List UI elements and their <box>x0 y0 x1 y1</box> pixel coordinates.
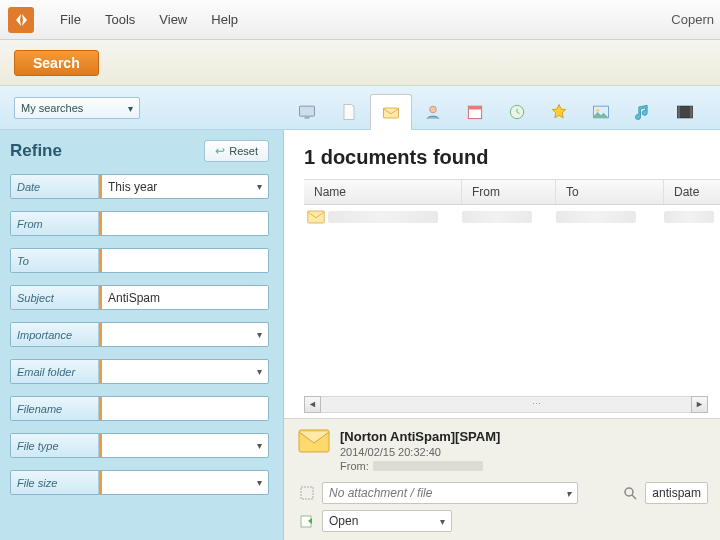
column-date[interactable]: Date <box>664 180 720 204</box>
svg-rect-0 <box>300 106 315 116</box>
toolbar: My searches <box>0 86 720 130</box>
scroll-right-icon[interactable]: ► <box>691 396 708 413</box>
svg-rect-2 <box>384 108 399 118</box>
category-document[interactable] <box>328 93 370 129</box>
chevron-down-icon <box>440 514 445 528</box>
results-table-header: Name From To Date <box>304 179 720 205</box>
category-contact[interactable] <box>412 93 454 129</box>
search-row: Search <box>0 40 720 86</box>
preview-datetime: 2014/02/15 20:32:40 <box>340 446 500 458</box>
svg-line-16 <box>632 495 636 499</box>
result-row[interactable] <box>304 205 720 229</box>
category-calendar[interactable] <box>454 93 496 129</box>
chevron-down-icon <box>250 434 268 457</box>
menu-view[interactable]: View <box>159 12 187 27</box>
attachment-dropdown[interactable]: No attachment / file <box>322 482 578 504</box>
preview-search-input[interactable]: antispam <box>645 482 708 504</box>
redacted-text <box>462 211 532 223</box>
menu-tools[interactable]: Tools <box>105 12 135 27</box>
svg-rect-5 <box>468 106 481 109</box>
chevron-down-icon <box>250 471 268 494</box>
refine-label: File type <box>11 434 99 457</box>
category-history[interactable] <box>496 93 538 129</box>
attachment-icon <box>298 485 316 501</box>
svg-rect-12 <box>308 211 325 223</box>
search-button[interactable]: Search <box>14 50 99 76</box>
category-tabs <box>286 86 706 129</box>
refine-row-importance[interactable]: Importance <box>10 322 269 347</box>
refine-value[interactable] <box>102 434 250 457</box>
refine-value[interactable] <box>102 360 250 383</box>
svg-point-8 <box>596 108 599 111</box>
chevron-down-icon <box>128 102 133 114</box>
refine-label: Subject <box>11 286 99 309</box>
refine-value[interactable] <box>102 397 268 420</box>
refine-row-from[interactable]: From <box>10 211 269 236</box>
refine-value[interactable]: AntiSpam <box>102 286 268 309</box>
menu-file[interactable]: File <box>60 12 81 27</box>
menu-help[interactable]: Help <box>211 12 238 27</box>
search-icon <box>621 485 639 501</box>
open-icon <box>298 513 316 529</box>
svg-rect-11 <box>690 106 693 118</box>
refine-value[interactable]: This year <box>102 175 250 198</box>
refine-label: To <box>11 249 99 272</box>
svg-point-3 <box>430 106 437 113</box>
redacted-text <box>328 211 438 223</box>
refine-row-email-folder[interactable]: Email folder <box>10 359 269 384</box>
brand-text: Copern <box>671 12 714 27</box>
refine-label: Filename <box>11 397 99 420</box>
svg-rect-1 <box>305 117 310 119</box>
category-video[interactable] <box>664 93 706 129</box>
refine-row-filename[interactable]: Filename <box>10 396 269 421</box>
chevron-down-icon <box>250 175 268 198</box>
my-searches-dropdown[interactable]: My searches <box>14 97 140 119</box>
mail-icon <box>298 429 330 453</box>
refine-row-file-size[interactable]: File size <box>10 470 269 495</box>
horizontal-scrollbar[interactable]: ◄ ⋯ ► <box>304 394 708 414</box>
svg-rect-10 <box>678 106 681 118</box>
category-picture[interactable] <box>580 93 622 129</box>
menubar: File Tools View Help Copern <box>0 0 720 40</box>
column-name[interactable]: Name <box>304 180 462 204</box>
column-from[interactable]: From <box>462 180 556 204</box>
preview-subject: [Norton AntiSpam][SPAM] <box>340 429 500 444</box>
refine-value[interactable] <box>102 212 268 235</box>
svg-rect-14 <box>301 487 313 499</box>
refine-value[interactable] <box>102 249 268 272</box>
mail-icon <box>304 210 328 224</box>
chevron-down-icon <box>250 360 268 383</box>
refine-label: Date <box>11 175 99 198</box>
category-email[interactable] <box>370 94 412 130</box>
category-favorite[interactable] <box>538 93 580 129</box>
refine-panel: Refine Reset DateThis yearFromToSubjectA… <box>0 130 284 540</box>
refine-label: Email folder <box>11 360 99 383</box>
refine-row-file-type[interactable]: File type <box>10 433 269 458</box>
refine-row-subject[interactable]: SubjectAntiSpam <box>10 285 269 310</box>
refine-label: From <box>11 212 99 235</box>
category-music[interactable] <box>622 93 664 129</box>
scroll-left-icon[interactable]: ◄ <box>304 396 321 413</box>
refine-row-date[interactable]: DateThis year <box>10 174 269 199</box>
open-dropdown[interactable]: Open <box>322 510 452 532</box>
refine-title: Refine <box>10 141 62 161</box>
refine-label: File size <box>11 471 99 494</box>
preview-from-label: From: <box>340 460 369 472</box>
results-heading: 1 documents found <box>284 130 720 179</box>
redacted-text <box>556 211 636 223</box>
preview-pane: [Norton AntiSpam][SPAM] 2014/02/15 20:32… <box>284 418 720 540</box>
refine-label: Importance <box>11 323 99 346</box>
column-to[interactable]: To <box>556 180 664 204</box>
refine-value[interactable] <box>102 323 250 346</box>
reset-button[interactable]: Reset <box>204 140 269 162</box>
refine-row-to[interactable]: To <box>10 248 269 273</box>
redacted-text <box>373 461 483 471</box>
chevron-down-icon <box>566 486 571 500</box>
category-desktop[interactable] <box>286 93 328 129</box>
refine-value[interactable] <box>102 471 250 494</box>
results-panel: 1 documents found Name From To Date ◄ ⋯ … <box>284 130 720 540</box>
chevron-down-icon <box>250 323 268 346</box>
app-icon <box>8 7 34 33</box>
my-searches-label: My searches <box>21 102 83 114</box>
redacted-text <box>664 211 714 223</box>
